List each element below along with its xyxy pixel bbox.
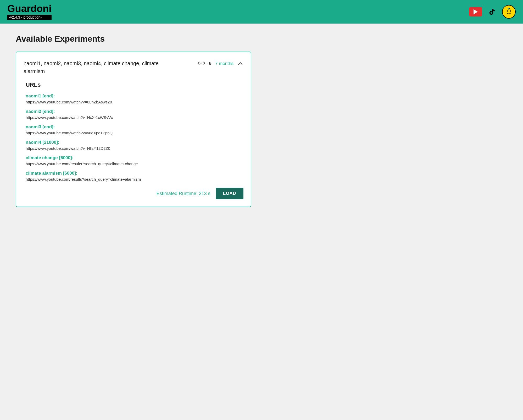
- url-label-climate-change: climate change [6000]:: [26, 155, 241, 161]
- url-label-climate-alarmism: climate alarmism [6000]:: [26, 171, 241, 176]
- time-badge: 7 months: [215, 61, 233, 66]
- tiktok-icon[interactable]: [487, 7, 497, 16]
- url-label-naomi2: naomi2 [end]:: [26, 109, 241, 114]
- svg-point-2: [510, 10, 511, 12]
- header-icons: [469, 5, 516, 19]
- experiment-header: naomi1, naomi2, naomi3, naomi4, climate …: [24, 59, 243, 75]
- page-title: Available Experiments: [16, 34, 507, 44]
- chevron-up-icon[interactable]: [237, 60, 243, 67]
- url-label-naomi4: naomi4 [21000]:: [26, 140, 241, 145]
- url-label-naomi3: naomi3 [end]:: [26, 124, 241, 130]
- logo-title: Guardoni: [7, 4, 52, 14]
- url-item-naomi4: naomi4 [21000]: https://www.youtube.com/…: [26, 140, 241, 151]
- urls-title: URLs: [26, 81, 241, 88]
- url-item-climate-change: climate change [6000]: https://www.youtu…: [26, 155, 241, 166]
- urls-section: URLs naomi1 [end]: https://www.youtube.c…: [24, 81, 243, 181]
- url-value-climate-change: https://www.youtube.com/results?search_q…: [26, 162, 241, 166]
- url-value-naomi2: https://www.youtube.com/watch?v=HxX-1cWS…: [26, 115, 241, 120]
- link-badge: - 6: [198, 61, 212, 67]
- logo-subtitle: -v2.4.3 - production-: [7, 15, 52, 20]
- link-count: - 6: [206, 61, 212, 66]
- youtube-icon[interactable]: [469, 7, 482, 16]
- link-icon: [198, 61, 205, 67]
- header: Guardoni -v2.4.3 - production-: [0, 0, 523, 24]
- svg-point-1: [507, 10, 508, 12]
- url-value-climate-alarmism: https://www.youtube.com/results?search_q…: [26, 177, 241, 181]
- experiment-meta: - 6 7 months: [198, 60, 243, 67]
- main-content: Available Experiments naomi1, naomi2, na…: [0, 24, 523, 218]
- url-item-naomi2: naomi2 [end]: https://www.youtube.com/wa…: [26, 109, 241, 120]
- url-item-naomi3: naomi3 [end]: https://www.youtube.com/wa…: [26, 124, 241, 135]
- load-button[interactable]: LOAD: [216, 188, 243, 199]
- runtime-text: Estimated Runtime: 213 s: [157, 191, 210, 196]
- experiment-tags: naomi1, naomi2, naomi3, naomi4, climate …: [24, 59, 181, 75]
- url-value-naomi3: https://www.youtube.com/watch?v=v8dXpe1P…: [26, 131, 241, 135]
- url-value-naomi1: https://www.youtube.com/watch?v=8LnZbAsw…: [26, 100, 241, 104]
- experiment-footer: Estimated Runtime: 213 s LOAD: [24, 188, 243, 199]
- url-item-climate-alarmism: climate alarmism [6000]: https://www.you…: [26, 171, 241, 181]
- svg-point-3: [508, 8, 510, 9]
- avatar-icon[interactable]: [502, 5, 516, 19]
- logo: Guardoni -v2.4.3 - production-: [7, 4, 52, 20]
- experiment-card: naomi1, naomi2, naomi3, naomi4, climate …: [16, 52, 251, 207]
- url-item-naomi1: naomi1 [end]: https://www.youtube.com/wa…: [26, 93, 241, 104]
- url-value-naomi4: https://www.youtube.com/watch?v=NllzY12D…: [26, 146, 241, 151]
- url-label-naomi1: naomi1 [end]:: [26, 93, 241, 99]
